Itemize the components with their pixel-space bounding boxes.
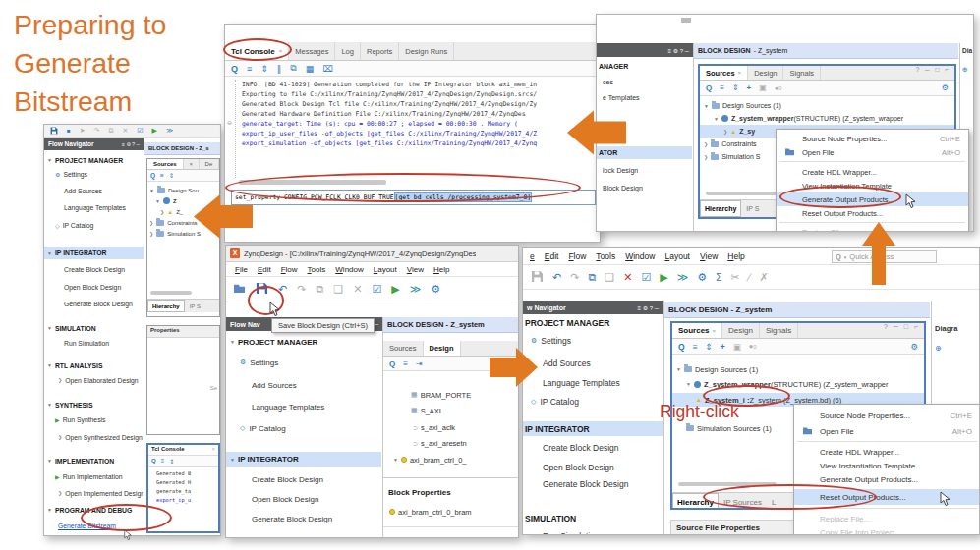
nav-section-simulation[interactable]: SIMULATION bbox=[523, 512, 663, 525]
nav-item-create-block-design[interactable]: Create Block Design bbox=[44, 263, 143, 275]
nav-partial-row[interactable]: Block Design bbox=[597, 182, 692, 193]
menu-tools[interactable]: Tools bbox=[591, 251, 620, 261]
tree-row-s-axi[interactable]: ▦S_AXI bbox=[383, 404, 519, 417]
nav-item-run-simulation[interactable]: Run Simulation bbox=[44, 337, 143, 349]
menu-help[interactable]: Help bbox=[722, 251, 749, 261]
undo-icon[interactable]: ↶ bbox=[552, 271, 561, 284]
menu-item-create-hdl-wrapper[interactable]: Create HDL Wrapper... bbox=[777, 165, 968, 179]
nav-section-project-manager[interactable]: PROJECT MANAGER bbox=[523, 316, 663, 330]
menu-edit[interactable]: Edit bbox=[253, 265, 276, 274]
nav-item-ip-catalog[interactable]: ◇IP Catalog bbox=[226, 421, 381, 435]
nav-item-generate-block-design[interactable]: Generate Block Design bbox=[523, 477, 663, 491]
save-icon[interactable] bbox=[50, 127, 58, 136]
collapse-all-icon[interactable]: ≡ bbox=[693, 342, 698, 352]
menu-item-source-node-properties[interactable]: Source Node Properties...Ctrl+E bbox=[794, 409, 980, 422]
tab-hierarchy[interactable]: Hierarchy bbox=[147, 300, 185, 312]
paste-icon[interactable]: ❑ bbox=[333, 283, 343, 296]
trash-icon[interactable]: ⌧ bbox=[322, 64, 332, 74]
zoom-icon[interactable]: ⊕ bbox=[935, 344, 942, 353]
menu-item-generate-output-products[interactable]: Generate Output Products... bbox=[794, 472, 980, 486]
expand-icon[interactable]: ⇕ bbox=[169, 172, 174, 180]
tree-row-design-sources[interactable]: ▼Design Sources (1) bbox=[672, 362, 925, 376]
settings-gear-icon[interactable]: ⚙ bbox=[942, 83, 949, 92]
nav-section-project-manager[interactable]: ▼PROJECT MANAGER bbox=[226, 335, 381, 349]
panel-control-icons[interactable]: ≡ ⚙ ? ─ bbox=[122, 141, 140, 147]
step-icon[interactable]: ≫ bbox=[166, 127, 173, 135]
save-icon[interactable] bbox=[531, 270, 544, 285]
menu-tools[interactable]: Tools bbox=[303, 265, 331, 274]
validate-icon[interactable]: ☑ bbox=[372, 283, 381, 296]
menu-file-partial[interactable]: e bbox=[525, 251, 540, 261]
tab-messages[interactable]: Messages bbox=[289, 42, 335, 60]
tab-sources[interactable]: Sources bbox=[147, 159, 184, 169]
cursor-tool-icon[interactable]: ➤ bbox=[80, 127, 86, 135]
copy-icon[interactable]: ⧉ bbox=[316, 283, 323, 296]
nav-item-open-implemented-design[interactable]: ❯Open Implemented Design bbox=[44, 487, 143, 499]
nav-section-synthesis[interactable]: ▼SYNTHESIS bbox=[44, 399, 143, 411]
redo-icon[interactable]: ↷ bbox=[570, 271, 579, 284]
nav-item-add-sources[interactable]: Add Sources bbox=[226, 378, 381, 392]
validate-icon[interactable]: ☑ bbox=[137, 127, 143, 135]
menu-window[interactable]: Window bbox=[330, 265, 368, 274]
search-icon[interactable]: Q bbox=[706, 83, 712, 92]
step-icon[interactable]: ≫ bbox=[677, 271, 689, 284]
delete-icon[interactable]: ✕ bbox=[623, 271, 632, 284]
nav-item-open-block-design[interactable]: Open Block Design bbox=[523, 461, 663, 474]
nav-item-ip-catalog[interactable]: ◇IP Catalog bbox=[44, 219, 143, 231]
tab-design[interactable]: Design bbox=[722, 323, 760, 338]
copy-icon[interactable]: ⧉ bbox=[290, 63, 296, 74]
nav-item-language-templates[interactable]: Language Templates bbox=[226, 400, 381, 413]
menu-edit[interactable]: Edit bbox=[540, 251, 564, 261]
pause-icon[interactable]: ∥ bbox=[277, 64, 282, 74]
nav-item-generate-block-design[interactable]: Generate Block Design bbox=[226, 512, 381, 525]
tab-sources[interactable]: Sources× bbox=[700, 66, 748, 80]
nav-section-implementation[interactable]: ▼IMPLEMENTATION bbox=[44, 455, 143, 467]
expand-icon[interactable]: ⇕ bbox=[169, 458, 174, 465]
nav-item-create-block-design[interactable]: Create Block Design bbox=[523, 441, 663, 455]
nav-item-add-sources[interactable]: Add Sources bbox=[44, 185, 143, 196]
window-titlebar[interactable]: X ZynqDesign - [C:/xilinx/Training/ZynqH… bbox=[226, 246, 518, 262]
step-icon[interactable]: ≫ bbox=[410, 283, 422, 296]
nav-item-open-block-design[interactable]: Open Block Design bbox=[44, 281, 143, 293]
panel-control-icons[interactable]: ? ─ □ ⌐ bbox=[916, 66, 954, 80]
add-sources-icon[interactable]: + bbox=[721, 342, 725, 352]
delete-icon[interactable]: ✕ bbox=[353, 283, 362, 296]
menu-file[interactable]: File bbox=[230, 265, 253, 274]
settings-gear-icon[interactable]: ⚙ bbox=[910, 342, 918, 352]
menu-item-open-file[interactable]: Open FileAlt+O bbox=[777, 145, 968, 159]
tab-reports[interactable]: Reports bbox=[361, 42, 399, 60]
copy-icon[interactable]: ⧉ bbox=[588, 271, 596, 284]
menu-view[interactable]: View bbox=[695, 251, 722, 261]
scissors-icon[interactable]: ✂ bbox=[730, 271, 739, 284]
nav-partial-row[interactable]: ces bbox=[597, 76, 692, 87]
zoom-icon[interactable]: ⊕ bbox=[962, 66, 968, 74]
search-icon[interactable]: Q bbox=[150, 172, 155, 179]
menu-item-create-hdl-wrapper[interactable]: Create HDL Wrapper... bbox=[794, 445, 980, 459]
tree-row-wrapper[interactable]: ▼Z_system_wrapper(STRUCTURE) (Z_system_w… bbox=[700, 112, 955, 125]
tree-row-s-axi-aresetn[interactable]: ⊃s_axi_aresetn bbox=[383, 436, 519, 450]
nav-partial-row[interactable]: e Templates bbox=[597, 91, 692, 103]
nav-partial-row[interactable]: lock Design bbox=[597, 164, 692, 176]
panel-control-icons[interactable]: ≡ ⚙ ? ─ bbox=[668, 47, 689, 54]
redo-icon[interactable]: ↷ bbox=[94, 127, 100, 135]
nav-item-run-implementation[interactable]: ▶Run Implementation bbox=[44, 470, 143, 482]
close-icon[interactable]: × bbox=[738, 70, 742, 76]
nav-item-open-block-design[interactable]: Open Block Design bbox=[226, 492, 381, 506]
menu-flow[interactable]: Flow bbox=[563, 251, 591, 261]
tab-ip-sources[interactable]: IP S bbox=[185, 303, 205, 309]
settings-gear-icon[interactable]: ⚙ bbox=[431, 283, 440, 296]
tree-row-s-axi-aclk[interactable]: ⊃s_axi_aclk bbox=[383, 420, 519, 434]
tab-design-runs[interactable]: Design Runs bbox=[399, 42, 454, 60]
select-icon[interactable]: ■ bbox=[67, 128, 71, 134]
nav-item-settings[interactable]: ⚙Settings bbox=[523, 334, 663, 348]
nav-item-run-synthesis[interactable]: ▶Run Synthesis bbox=[44, 413, 143, 425]
collapse-icon[interactable]: ≡ bbox=[161, 458, 165, 464]
nav-section-ip-integrator[interactable]: ▼IP INTEGRATOR bbox=[44, 247, 144, 259]
panel-control-icons[interactable]: ? ─ □ ⌐ bbox=[884, 323, 924, 338]
copy-icon[interactable]: ⧉ bbox=[108, 127, 113, 135]
tab-design[interactable]: Design bbox=[424, 341, 461, 356]
delete-icon[interactable]: ✕ bbox=[122, 127, 128, 135]
run-icon[interactable]: ▶ bbox=[152, 127, 157, 135]
sigma-icon[interactable]: Σ bbox=[716, 272, 721, 283]
validate-icon[interactable]: ☑ bbox=[641, 271, 651, 284]
